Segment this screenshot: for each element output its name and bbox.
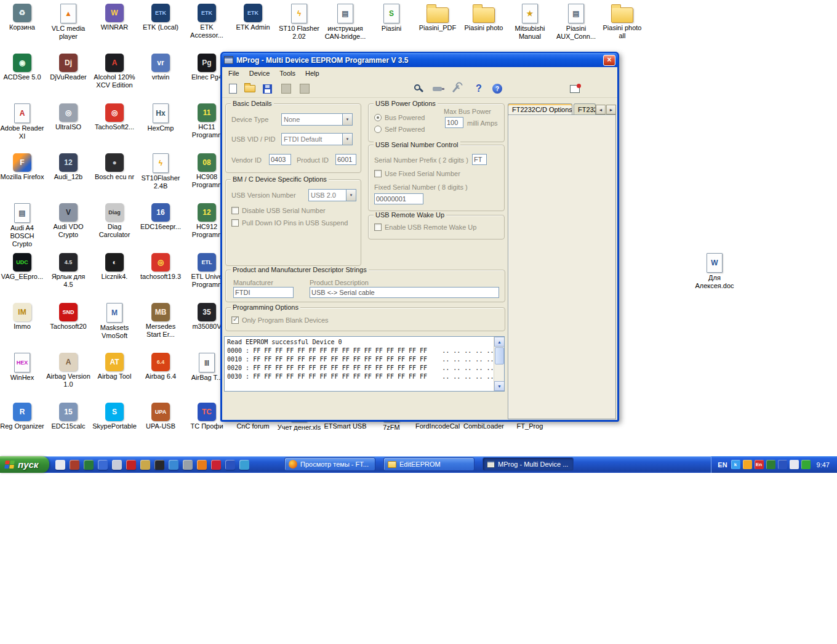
- about-button[interactable]: ?: [471, 81, 486, 96]
- quick-launch-icon-3[interactable]: [84, 460, 94, 470]
- agent-tray-icon[interactable]: [743, 460, 752, 469]
- quick-launch-icon-1[interactable]: [55, 460, 65, 470]
- quick-launch-icon-6[interactable]: [126, 460, 136, 470]
- display-tray-icon[interactable]: [778, 460, 787, 469]
- tab-ft232[interactable]: FT232: [574, 103, 596, 115]
- program-device-button[interactable]: [297, 81, 312, 96]
- desktop-icon-upa-usb[interactable]: UPAUPA-USB: [138, 403, 183, 430]
- desktop-icon-edc15calc[interactable]: 15EDC15calc: [46, 403, 90, 430]
- log-box[interactable]: Read EEPROM successful Device 00000 : FF…: [224, 336, 505, 392]
- desktop-icon-recycle-bin[interactable]: ♻Корзина: [0, 4, 44, 31]
- self-powered-radio[interactable]: Self Powered: [374, 126, 425, 133]
- tab-scroll-right-icon[interactable]: ►: [606, 105, 616, 115]
- desktop-icon-mersedes-start[interactable]: MBMersedes Start Er...: [138, 303, 183, 339]
- desktop-icon-winhex[interactable]: HEXWinHex: [0, 353, 44, 382]
- desktop-icon-edc16eeprom[interactable]: 16EDC16eepr...: [138, 203, 183, 231]
- volume-tray-icon[interactable]: [790, 460, 799, 469]
- desktop-icon-djvureader[interactable]: DjDjVuReader: [46, 54, 90, 81]
- scan-devices-button[interactable]: [411, 81, 426, 96]
- quick-launch-icon-10[interactable]: [183, 460, 193, 470]
- desktop-icon-diag-carculator[interactable]: DiagDiag Carculator: [92, 203, 137, 239]
- product-id-field[interactable]: [335, 154, 356, 165]
- desktop-icon-piasini-photo-all[interactable]: Piasini photo all: [600, 4, 644, 40]
- desktop-icon-firefox[interactable]: FMozilla Firefox: [0, 153, 44, 181]
- new-file-button[interactable]: [225, 81, 240, 96]
- menu-item-help[interactable]: Help: [300, 68, 324, 78]
- title-bar[interactable]: MProg - Multi Device EEPROM Programmer V…: [222, 53, 618, 67]
- manufacturer-field[interactable]: [233, 287, 294, 298]
- desktop-icon-hexcmp[interactable]: HxHexCmp: [138, 103, 183, 132]
- desktop-icon-st10flasher-24b[interactable]: ϟST10Flasher 2.4B: [138, 153, 183, 190]
- desktop-icon-bosch-ecu-nr[interactable]: ●Bosch ecu nr: [92, 153, 137, 181]
- vendor-id-field[interactable]: [269, 154, 291, 165]
- desktop-icon-dlya-alekseya-doc[interactable]: WДля Алексея.doc: [692, 253, 737, 290]
- desktop-icon-tachosoft20[interactable]: SNDTachosoft20: [46, 303, 90, 331]
- desktop-icon-vrtwin[interactable]: vrvrtwin: [138, 54, 183, 81]
- taskbar-task-folder[interactable]: EditEEPROM: [383, 457, 475, 471]
- desktop-icon-audi-a4-bosch-crypto[interactable]: ▤Audi A4 BOSCH Crypto: [0, 203, 44, 248]
- desktop-icon-tachosoft-193[interactable]: ◎tachosoft19.3: [138, 253, 183, 281]
- save-file-button[interactable]: [260, 81, 274, 96]
- start-button[interactable]: пуск: [0, 456, 49, 473]
- quick-launch-icon-9[interactable]: [169, 460, 178, 470]
- taskbar-task-mprog[interactable]: MProg - Multi Device ...: [483, 457, 574, 471]
- menu-item-device[interactable]: Device: [244, 68, 275, 78]
- scroll-thumb[interactable]: [495, 347, 504, 364]
- desktop-icon-airbag-version-10[interactable]: AAirbag Version 1.0: [46, 353, 90, 388]
- quick-launch-icon-4[interactable]: [98, 460, 108, 470]
- tab-scroll-left-icon[interactable]: ◄: [596, 105, 606, 115]
- pulldown-io-checkbox[interactable]: Pull Down IO Pins in USB Suspend: [231, 219, 348, 227]
- desktop-icon-skypeportable[interactable]: SSkypePortable: [92, 403, 137, 430]
- use-fixed-serial-checkbox[interactable]: Use Fixed Serial Number: [374, 170, 460, 177]
- desktop-icon-audi-12b[interactable]: 12Audi_12b: [46, 153, 90, 181]
- product-description-field[interactable]: [310, 287, 499, 298]
- edit-settings-button[interactable]: [448, 81, 463, 96]
- usb-version-select[interactable]: USB 2.0 ▼: [308, 189, 356, 201]
- desktop-icon-airbag-tool[interactable]: ATAirbag Tool: [92, 353, 137, 380]
- desktop-icon-etk-local[interactable]: ETKETK (Local): [138, 4, 183, 31]
- desktop-icon-piasini-pdf[interactable]: Piasini_PDF: [415, 4, 460, 32]
- quick-launch-icon-7[interactable]: [140, 460, 150, 470]
- desktop-icon-instrukciya-can-bridge[interactable]: ▤инструкция CAN-bridge...: [323, 4, 367, 41]
- desktop-icon-etk-admin[interactable]: ETKETK Admin: [231, 4, 275, 31]
- network-tray-icon[interactable]: [766, 460, 775, 469]
- log-scrollbar[interactable]: ▲ ▼: [494, 337, 504, 391]
- desktop-icon-immo[interactable]: IMImmo: [0, 303, 44, 331]
- update-tray-icon[interactable]: [801, 460, 811, 469]
- desktop-icon-tachosoft2[interactable]: ◎TachoSoft2...: [92, 103, 137, 131]
- desktop-icon-vlc[interactable]: ▲VLC media player: [46, 4, 90, 41]
- menu-item-tools[interactable]: Tools: [274, 68, 300, 78]
- help-button[interactable]: ?: [490, 81, 505, 96]
- exit-program-button[interactable]: [567, 81, 582, 96]
- desktop-icon-st10-flasher-202[interactable]: ϟST10 Flasher 2.02: [277, 4, 321, 41]
- desktop-icon-reg-organizer[interactable]: RReg Organizer: [0, 403, 44, 430]
- quick-launch-icon-2[interactable]: [70, 460, 79, 470]
- desktop-icon-masksets-vmosoft[interactable]: MMasksets VmoSoft: [92, 303, 137, 340]
- disable-usb-serial-checkbox[interactable]: Disable USB Serial Number: [231, 207, 326, 214]
- quick-launch-icon-12[interactable]: [211, 460, 221, 470]
- fixed-serial-field[interactable]: [374, 193, 423, 204]
- device-type-select[interactable]: None ▼: [281, 113, 353, 126]
- cable-tester-button[interactable]: [430, 81, 444, 96]
- bus-powered-radio[interactable]: Bus Powered: [374, 114, 425, 121]
- tab-ft2232cd-options[interactable]: FT2232C/D Options: [508, 103, 572, 115]
- max-bus-power-field[interactable]: [445, 117, 463, 128]
- clock[interactable]: 9:47: [817, 461, 830, 469]
- desktop-icon-licznik4[interactable]: ◐Licznik4.: [92, 253, 137, 281]
- language-indicator[interactable]: EN: [718, 461, 727, 469]
- desktop-icon-adobe-reader[interactable]: AAdobe Reader XI: [0, 103, 44, 140]
- desktop-icon-alcohol-120[interactable]: AAlcohol 120% XCV Edition: [92, 54, 137, 89]
- scroll-down-icon[interactable]: ▼: [494, 381, 505, 391]
- scroll-up-icon[interactable]: ▲: [494, 337, 505, 347]
- quick-launch-icon-13[interactable]: [225, 460, 235, 470]
- desktop-icon-audi-vdo-crypto[interactable]: VAudi VDO Crypto: [46, 203, 90, 239]
- menu-item-file[interactable]: File: [223, 68, 244, 78]
- punto-switcher-tray-icon[interactable]: En: [755, 460, 764, 469]
- taskbar-task-firefox[interactable]: Просмотр темы - FT...: [284, 457, 375, 471]
- quick-launch-icon-5[interactable]: [112, 460, 122, 470]
- serial-prefix-field[interactable]: [472, 154, 487, 165]
- quick-launch-icon-14[interactable]: [239, 460, 249, 470]
- quick-launch-icon-8[interactable]: [154, 460, 164, 470]
- usb-vid-pid-select[interactable]: FTDI Default ▼: [281, 133, 353, 145]
- only-blank-devices-checkbox[interactable]: Only Program Blank Devices: [231, 316, 329, 324]
